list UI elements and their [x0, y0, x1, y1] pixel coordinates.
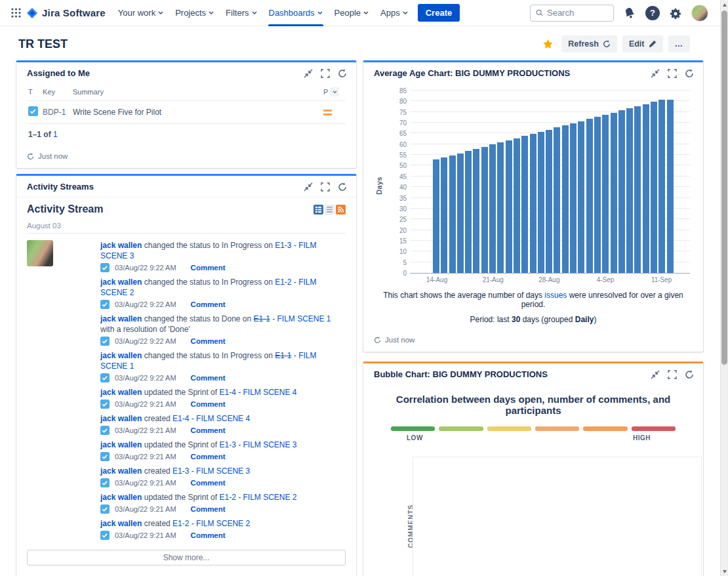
show-more-button[interactable]: Show more...: [27, 550, 346, 566]
user-avatar-photo[interactable]: [27, 240, 53, 266]
detailed-view-icon[interactable]: [313, 205, 323, 215]
minimize-icon[interactable]: [651, 370, 660, 379]
create-button[interactable]: Create: [418, 4, 460, 22]
user-avatar[interactable]: [691, 5, 708, 22]
nav-item-projects[interactable]: Projects: [169, 0, 220, 26]
comment-link[interactable]: Comment: [191, 531, 226, 539]
refresh-icon[interactable]: [685, 69, 694, 78]
y-tick-label: 15: [386, 237, 407, 245]
issue-summary-link[interactable]: Write Scene Five for Pilot: [73, 108, 323, 117]
scrollbar-down-arrow[interactable]: [721, 567, 728, 576]
activity-entry: jack wallen updated the Sprint of E1-3 -…: [69, 440, 346, 461]
user-link[interactable]: jack wallen: [100, 351, 142, 360]
y-tick-label: 65: [386, 130, 407, 137]
bar: [481, 147, 488, 273]
comment-link[interactable]: Comment: [191, 337, 226, 345]
activity-entry: jack wallen created E1-4 - FILM SCENE 4 …: [69, 413, 346, 435]
comment-link[interactable]: Comment: [191, 505, 226, 513]
column-key[interactable]: Key: [43, 88, 73, 96]
column-summary[interactable]: Summary: [73, 88, 323, 96]
edit-button[interactable]: Edit: [622, 35, 663, 52]
refresh-icon[interactable]: [374, 337, 381, 344]
issue-link[interactable]: E1-4 - FILM SCENE 4: [172, 414, 250, 423]
table-row[interactable]: BDP-1 Write Scene Five for Pilot: [27, 101, 346, 124]
issues-link[interactable]: issues: [544, 291, 567, 300]
task-checkbox-icon: [100, 531, 110, 540]
issue-link[interactable]: E1-2 - FILM SCENE 2: [219, 493, 296, 502]
entry-timestamp: 03/Aug/22 9:21 AM: [115, 426, 176, 434]
minimize-icon[interactable]: [304, 182, 313, 192]
comment-link[interactable]: Comment: [191, 374, 226, 382]
user-link[interactable]: jack wallen: [100, 493, 142, 502]
expand-icon[interactable]: [668, 370, 677, 379]
page-1-link[interactable]: 1: [53, 130, 58, 139]
bar: [562, 125, 569, 273]
y-tick-label: 25: [386, 216, 407, 223]
notifications-bell-icon[interactable]: [623, 7, 636, 20]
scrollbar-thumb[interactable]: [721, 10, 727, 365]
user-link[interactable]: jack wallen: [100, 278, 142, 287]
refresh-icon[interactable]: [685, 370, 694, 379]
user-link[interactable]: jack wallen: [100, 466, 142, 476]
vertical-scrollbar[interactable]: [720, 0, 728, 576]
minimize-icon[interactable]: [651, 69, 660, 78]
expand-icon[interactable]: [668, 69, 677, 78]
rss-icon[interactable]: [336, 205, 346, 215]
activity-stream-body: Activity Stream August 03 jack wallen: [16, 197, 356, 572]
issue-link[interactable]: E1-3 - FILM SCENE 3: [172, 466, 250, 476]
user-link[interactable]: jack wallen: [100, 388, 142, 397]
nav-item-apps[interactable]: Apps: [374, 0, 414, 26]
user-link[interactable]: jack wallen: [100, 241, 142, 250]
comment-link[interactable]: Comment: [191, 300, 226, 308]
nav-item-people[interactable]: People: [329, 0, 374, 26]
scrollbar-up-arrow[interactable]: [721, 0, 728, 9]
pagination: 1–1 of 1: [27, 124, 346, 140]
comment-link[interactable]: Comment: [191, 453, 226, 461]
more-options-button[interactable]: …: [668, 35, 691, 52]
expand-icon[interactable]: [321, 69, 330, 78]
chevron-down-icon: [363, 11, 369, 15]
x-tick-label: 4-Sep: [597, 276, 615, 283]
global-search[interactable]: [530, 5, 614, 22]
refresh-icon[interactable]: [338, 69, 347, 78]
column-priority[interactable]: P: [323, 87, 346, 96]
activity-entry: jack wallen changed the status to In Pro…: [69, 240, 346, 272]
y-tick-label: 85: [386, 87, 407, 94]
nav-item-dashboards[interactable]: Dashboards: [263, 0, 329, 26]
issue-link[interactable]: E1-3 - FILM SCENE 3: [219, 440, 296, 449]
user-link[interactable]: jack wallen: [100, 414, 142, 423]
list-view-icon[interactable]: [325, 205, 334, 215]
entry-timestamp: 03/Aug/22 9:22 AM: [115, 300, 176, 308]
minimize-icon[interactable]: [304, 69, 313, 78]
app-switcher-icon[interactable]: [7, 4, 25, 22]
legend-color-segment: [632, 426, 676, 431]
comment-link[interactable]: Comment: [191, 426, 226, 434]
bar: [506, 140, 512, 273]
jira-logo[interactable]: Jira Software: [25, 7, 112, 19]
user-link[interactable]: jack wallen: [100, 519, 142, 528]
help-icon[interactable]: ?: [645, 6, 660, 20]
comment-link[interactable]: Comment: [191, 264, 226, 272]
settings-gear-icon[interactable]: [669, 7, 682, 20]
issue-key-link[interactable]: BDP-1: [43, 108, 73, 117]
user-link[interactable]: jack wallen: [100, 440, 142, 449]
issue-link[interactable]: E1-2 - FILM SCENE 2: [172, 519, 250, 528]
column-type[interactable]: T: [28, 88, 43, 96]
refresh-button[interactable]: Refresh: [561, 35, 617, 52]
bubble-chart-gadget: Bubble Chart: BIG DUMMY PRODUCTIONS Corr…: [363, 361, 704, 576]
refresh-icon[interactable]: [27, 153, 34, 160]
user-link[interactable]: jack wallen: [100, 314, 142, 323]
nav-item-filters[interactable]: Filters: [220, 0, 262, 26]
priority-sort-chip[interactable]: [330, 87, 339, 96]
search-input[interactable]: [547, 8, 608, 18]
gadget-footer: Just now: [16, 147, 356, 168]
comment-link[interactable]: Comment: [191, 479, 226, 487]
comment-link[interactable]: Comment: [191, 400, 226, 408]
issue-link[interactable]: E1-4 - FILM SCENE 4: [219, 388, 296, 397]
favorite-star-icon[interactable]: [542, 39, 554, 50]
refresh-icon[interactable]: [338, 182, 347, 192]
expand-icon[interactable]: [321, 182, 330, 192]
nav-item-your-work[interactable]: Your work: [112, 0, 169, 26]
bar: [643, 104, 649, 273]
issue-link[interactable]: E1-1 - FILM SCENE 1: [254, 314, 331, 323]
